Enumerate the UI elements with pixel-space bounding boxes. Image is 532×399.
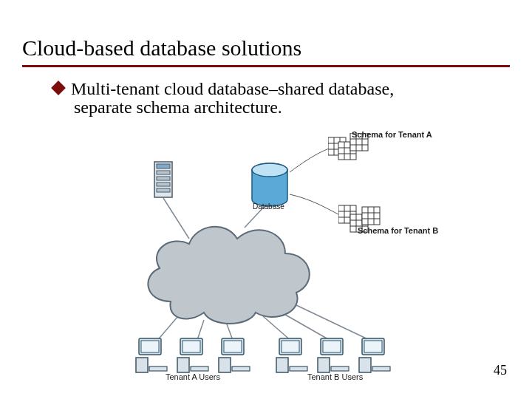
svg-rect-20 <box>177 358 189 372</box>
pc-icon <box>358 337 393 374</box>
svg-rect-16 <box>136 358 148 372</box>
title-underline <box>22 65 510 67</box>
schema-b-label: Schema for Tenant B <box>358 226 438 235</box>
svg-rect-21 <box>191 366 208 371</box>
page-title: Cloud-based database solutions <box>22 35 301 61</box>
svg-point-1 <box>252 163 287 177</box>
svg-rect-25 <box>232 366 250 371</box>
svg-rect-32 <box>318 358 330 372</box>
svg-rect-35 <box>364 341 382 352</box>
diamond-bullet-icon <box>51 81 66 95</box>
svg-rect-36 <box>359 358 371 372</box>
bullet-text-line2: separate schema architecture. <box>74 97 482 118</box>
database-label: Database <box>253 202 284 211</box>
architecture-diagram: Database Schema for Tenant A <box>108 132 436 375</box>
slide: Cloud-based database solutions Multi-ten… <box>0 0 532 399</box>
tenant-a-users-label: Tenant A Users <box>166 372 220 381</box>
bullet-item: Multi-tenant cloud database–shared datab… <box>53 78 482 118</box>
svg-rect-3 <box>157 164 170 168</box>
svg-rect-19 <box>183 341 200 352</box>
svg-rect-31 <box>323 341 341 352</box>
pc-icon <box>217 337 253 374</box>
svg-rect-33 <box>331 366 349 371</box>
tenant-b-users-label: Tenant B Users <box>307 372 363 381</box>
page-number: 45 <box>494 363 507 378</box>
svg-rect-27 <box>282 341 299 352</box>
server-icon <box>154 161 173 198</box>
svg-rect-37 <box>372 366 390 371</box>
svg-rect-13 <box>362 207 380 225</box>
schema-a-label: Schema for Tenant A <box>352 130 432 139</box>
svg-rect-4 <box>157 171 170 174</box>
pc-icon <box>134 337 170 374</box>
pc-icon <box>275 337 310 374</box>
cloud-icon <box>137 213 322 327</box>
svg-rect-17 <box>149 366 167 371</box>
svg-rect-23 <box>224 341 242 352</box>
bullet-text-line1: Multi-tenant cloud database–shared datab… <box>71 79 394 98</box>
svg-rect-6 <box>157 183 170 186</box>
svg-rect-29 <box>290 366 307 371</box>
svg-rect-24 <box>219 358 231 372</box>
svg-rect-15 <box>141 341 159 352</box>
svg-rect-5 <box>157 177 170 180</box>
svg-rect-28 <box>276 358 288 372</box>
pc-icon <box>316 337 352 374</box>
database-icon <box>250 163 290 208</box>
pc-icon <box>176 337 211 374</box>
svg-rect-7 <box>157 188 170 192</box>
